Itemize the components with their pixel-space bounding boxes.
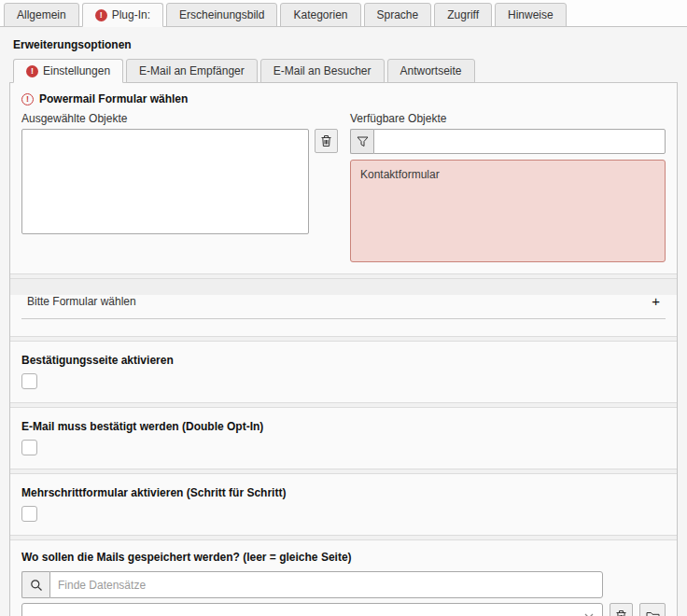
tab-label: Plug-In: bbox=[112, 8, 150, 21]
tab-kategorien[interactable]: Kategorien bbox=[280, 3, 360, 27]
error-badge-icon bbox=[26, 65, 38, 77]
trash-icon bbox=[320, 134, 332, 147]
tab-label: Kategorien bbox=[293, 8, 347, 21]
tab-email-besucher[interactable]: E-Mail an Besucher bbox=[260, 59, 385, 83]
tab-allgemein[interactable]: Allgemein bbox=[4, 3, 79, 27]
available-option[interactable]: Kontaktformular bbox=[360, 168, 655, 181]
double-optin-section: E-Mail muss bestätigt werden (Double Opt… bbox=[10, 408, 677, 469]
tab-hinweise[interactable]: Hinweise bbox=[495, 3, 567, 27]
multistep-checkbox[interactable] bbox=[21, 506, 37, 522]
warning-icon bbox=[21, 93, 34, 105]
selected-objects-listbox[interactable] bbox=[21, 129, 309, 234]
form-panel-toggle[interactable]: Bitte Formular wählen + bbox=[21, 295, 666, 319]
clear-storage-page-button[interactable] bbox=[610, 603, 633, 616]
trash-icon bbox=[615, 609, 627, 616]
multistep-label: Mehrschrittformular aktivieren (Schritt … bbox=[21, 486, 666, 499]
tab-label: E-Mail an Empfänger bbox=[139, 64, 245, 77]
main-tab-bar: Allgemein Plug-In: Erscheinungsbild Kate… bbox=[0, 0, 687, 27]
browse-pages-button[interactable] bbox=[639, 603, 666, 616]
tab-erscheinungsbild[interactable]: Erscheinungsbild bbox=[166, 3, 277, 27]
confirmation-page-checkbox[interactable] bbox=[21, 373, 37, 389]
tab-email-empfaenger[interactable]: E-Mail an Empfänger bbox=[126, 59, 258, 83]
double-optin-label: E-Mail muss bestätigt werden (Double Opt… bbox=[21, 420, 666, 433]
folder-icon bbox=[646, 610, 660, 616]
selected-objects-label: Ausgewählte Objekte bbox=[21, 112, 338, 125]
form-picker-heading: Powermail Formular wählen bbox=[39, 92, 188, 105]
record-search-input[interactable] bbox=[49, 571, 603, 598]
filter-funnel-icon bbox=[357, 136, 369, 147]
tab-plugin[interactable]: Plug-In: bbox=[82, 3, 163, 27]
tab-sprache[interactable]: Sprache bbox=[364, 3, 432, 27]
mail-storage-section: Wo sollen die Mails gespeichert werden? … bbox=[10, 540, 677, 616]
section-divider bbox=[10, 273, 677, 279]
tab-einstellungen[interactable]: Einstellungen bbox=[13, 59, 123, 83]
settings-panel: Powermail Formular wählen Ausgewählte Ob… bbox=[9, 82, 678, 616]
tab-label: Zugriff bbox=[447, 8, 479, 21]
multistep-section: Mehrschrittformular aktivieren (Schritt … bbox=[10, 474, 677, 535]
expand-plus-icon: + bbox=[652, 296, 660, 307]
tab-label: Antwortseite bbox=[400, 64, 462, 77]
filter-button[interactable] bbox=[350, 129, 373, 154]
tab-antwortseite[interactable]: Antwortseite bbox=[387, 59, 475, 83]
form-panel-label: Bitte Formular wählen bbox=[27, 295, 136, 308]
available-objects-listbox[interactable]: Kontaktformular bbox=[350, 160, 666, 262]
chevron-down-icon bbox=[584, 613, 594, 616]
tab-label: Sprache bbox=[377, 8, 419, 21]
tab-zugriff[interactable]: Zugriff bbox=[434, 3, 492, 27]
tab-label: Hinweise bbox=[508, 8, 554, 21]
mail-storage-label: Wo sollen die Mails gespeichert werden? … bbox=[21, 551, 666, 564]
search-icon bbox=[30, 579, 43, 592]
form-picker-section: Powermail Formular wählen Ausgewählte Ob… bbox=[10, 83, 677, 273]
plugin-tab-bar: Einstellungen E-Mail an Empfänger E-Mail… bbox=[13, 59, 678, 82]
extension-options-title: Erweiterungsoptionen bbox=[13, 38, 674, 51]
available-objects-filter-input[interactable] bbox=[373, 129, 666, 154]
confirmation-page-label: Bestätigungsseite aktivieren bbox=[21, 354, 666, 367]
error-badge-icon bbox=[95, 9, 107, 21]
form-collapsed-section: Bitte Formular wählen + bbox=[10, 295, 677, 336]
double-optin-checkbox[interactable] bbox=[21, 440, 37, 455]
tab-label: Allgemein bbox=[17, 8, 66, 21]
storage-page-select[interactable] bbox=[21, 603, 603, 616]
remove-selected-button[interactable] bbox=[315, 129, 338, 153]
record-search-button[interactable] bbox=[21, 571, 49, 598]
available-objects-label: Verfügbare Objekte bbox=[350, 112, 666, 125]
form-picker-header: Powermail Formular wählen bbox=[21, 92, 666, 105]
plugin-tab-content: Erweiterungsoptionen Einstellungen E-Mai… bbox=[0, 27, 687, 616]
tab-label: Einstellungen bbox=[43, 64, 110, 77]
tab-label: Erscheinungsbild bbox=[179, 8, 264, 21]
confirmation-page-section: Bestätigungsseite aktivieren bbox=[10, 342, 677, 402]
tab-label: E-Mail an Besucher bbox=[273, 64, 372, 77]
